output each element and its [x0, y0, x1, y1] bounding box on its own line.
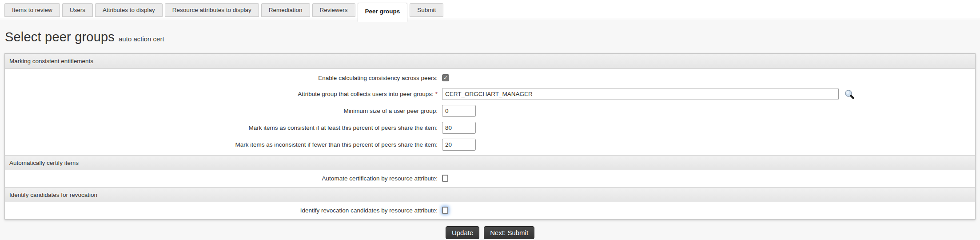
tab-bar: Items to review Users Attributes to disp…: [0, 0, 980, 19]
tab-attributes-to-display[interactable]: Attributes to display: [95, 3, 163, 17]
automate-certification-label: Automate certification by resource attri…: [5, 175, 438, 182]
section-marking-consistent-entitlements: Marking consistent entitlements: [5, 54, 975, 69]
row-min-peer-group-size: Minimum size of a user peer group:: [5, 105, 975, 117]
page-title: Select peer groups: [5, 30, 115, 44]
form-actions: Update Next: Submit: [0, 226, 980, 239]
inconsistent-percent-label: Mark items as inconsistent if fewer than…: [5, 141, 438, 148]
row-identify-revocation: Identify revocation candidates by resour…: [5, 205, 975, 216]
search-icon[interactable]: [844, 89, 855, 100]
row-enable-consistency: Enable calculating consistency across pe…: [5, 72, 975, 83]
section-identify-candidates-for-revocation: Identify candidates for revocation: [5, 187, 975, 202]
consistent-percent-label: Mark items as consistent if at least thi…: [5, 124, 438, 131]
auto-certify-section-body: Automate certification by resource attri…: [5, 170, 975, 187]
enable-consistency-label: Enable calculating consistency across pe…: [5, 75, 438, 81]
automate-certification-checkbox[interactable]: [442, 175, 448, 182]
min-peer-group-size-label: Minimum size of a user peer group:: [5, 108, 438, 114]
inconsistent-percent-input[interactable]: [442, 139, 476, 151]
attribute-group-label-text: Attribute group that collects users into…: [298, 91, 433, 97]
tab-peer-groups[interactable]: Peer groups: [358, 3, 408, 22]
tab-resource-attributes-to-display[interactable]: Resource attributes to display: [165, 3, 259, 17]
tab-users[interactable]: Users: [62, 3, 93, 17]
required-asterisk: *: [435, 91, 438, 97]
identify-revocation-label: Identify revocation candidates by resour…: [5, 207, 438, 214]
section-automatically-certify-items: Automatically certify items: [5, 155, 975, 170]
tab-reviewers[interactable]: Reviewers: [312, 3, 355, 17]
consistent-percent-input[interactable]: [442, 122, 476, 134]
update-button[interactable]: Update: [446, 226, 479, 239]
tab-items-to-review[interactable]: Items to review: [4, 3, 60, 17]
marking-section-body: Enable calculating consistency across pe…: [5, 69, 975, 155]
attribute-group-input[interactable]: [442, 88, 839, 100]
enable-consistency-checkbox[interactable]: ✓: [442, 74, 449, 81]
row-inconsistent-percent: Mark items as inconsistent if fewer than…: [5, 139, 975, 151]
row-attribute-group: Attribute group that collects users into…: [5, 88, 975, 100]
min-peer-group-size-input[interactable]: [442, 105, 476, 117]
check-icon: ✓: [443, 75, 448, 81]
identify-revocation-checkbox[interactable]: [442, 207, 448, 214]
row-consistent-percent: Mark items as consistent if at least thi…: [5, 122, 975, 134]
peer-groups-panel: Marking consistent entitlements Enable c…: [4, 53, 976, 220]
next-submit-button[interactable]: Next: Submit: [484, 226, 534, 239]
row-automate-certification: Automate certification by resource attri…: [5, 173, 975, 184]
tab-submit[interactable]: Submit: [410, 3, 443, 17]
page-subtitle: auto action cert: [119, 35, 164, 43]
revocation-section-body: Identify revocation candidates by resour…: [5, 202, 975, 219]
tab-remediation[interactable]: Remediation: [261, 3, 310, 17]
page-heading: Select peer groups auto action cert: [5, 30, 980, 48]
attribute-group-label: Attribute group that collects users into…: [5, 91, 438, 97]
